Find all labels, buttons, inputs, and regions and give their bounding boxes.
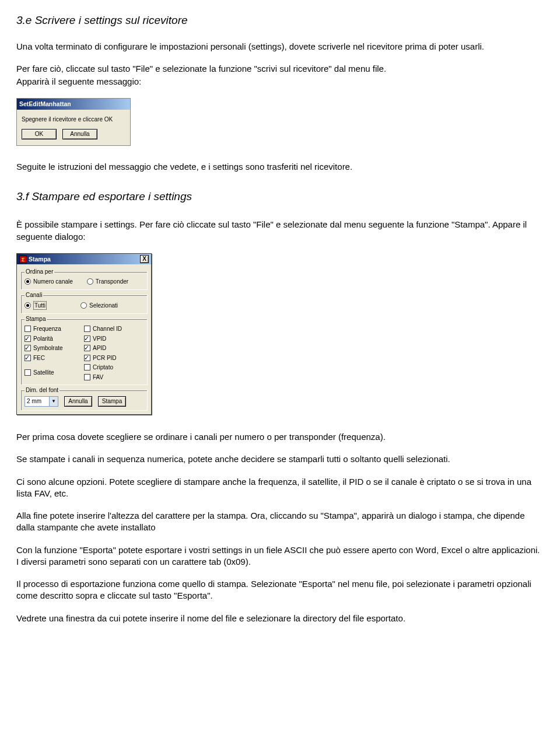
- radio-numero-canale[interactable]: Numero canale: [24, 278, 73, 286]
- check-polarita[interactable]: Polarità: [24, 335, 84, 343]
- ok-button[interactable]: OK: [22, 129, 57, 139]
- close-icon[interactable]: X: [140, 255, 149, 263]
- check-symbolrate[interactable]: Symbolrate: [24, 344, 84, 352]
- radio-label: Tutti: [33, 301, 47, 310]
- message-dialog: SetEditManhattan Spegnere il ricevitore …: [16, 98, 131, 145]
- group-stampa: Stampa Frequenza Polarità Symbolrate FEC…: [20, 319, 148, 385]
- paragraph: Il processo di esportazione funziona com…: [16, 578, 544, 602]
- select-value: 2 mm: [27, 397, 41, 406]
- check-label: Criptato: [93, 363, 113, 372]
- radio-label: Transponder: [96, 278, 128, 286]
- radio-label: Selezionati: [89, 302, 118, 310]
- checkbox-icon: [84, 345, 90, 351]
- radio-selezionati[interactable]: Selezionati: [80, 302, 118, 310]
- check-vpid[interactable]: VPID: [84, 335, 144, 343]
- paragraph: Una volta terminato di configurare le im…: [16, 41, 544, 53]
- check-label: FEC: [33, 354, 45, 362]
- paragraph: Alla fine potete inserire l'altezza del …: [16, 510, 544, 534]
- section-heading-3e: 3.e Scrivere i settings sul ricevitore: [16, 13, 544, 28]
- check-pcr-pid[interactable]: PCR PID: [84, 354, 144, 362]
- radio-tutti[interactable]: Tutti: [24, 301, 47, 310]
- paragraph: Ci sono alcune opzioni. Potete scegliere…: [16, 476, 544, 500]
- dialog-title: SetEditManhattan: [17, 99, 130, 109]
- checkbox-icon: [24, 326, 31, 332]
- check-criptato[interactable]: Criptato: [84, 363, 144, 372]
- check-label: Polarità: [33, 335, 53, 343]
- check-channel-id[interactable]: Channel ID: [84, 325, 144, 333]
- check-label: Frequenza: [33, 325, 61, 333]
- radio-transponder[interactable]: Transponder: [87, 278, 128, 286]
- dialog-title: Stampa: [29, 255, 51, 263]
- checkbox-icon: [84, 335, 90, 342]
- check-label: VPID: [93, 335, 106, 343]
- app-icon: Σ: [19, 256, 27, 263]
- check-fec[interactable]: FEC: [24, 354, 84, 362]
- paragraph: Seguite le istruzioni del messaggio che …: [16, 161, 544, 173]
- dialog-body-text: Spegnere il ricevitore e cliccare OK: [17, 110, 130, 127]
- paragraph: È possibile stampare i settings. Per far…: [16, 219, 544, 243]
- font-size-select[interactable]: 2 mm ▼: [24, 396, 58, 407]
- paragraph: Con la funzione "Esporta" potete esporta…: [16, 544, 544, 568]
- check-label: APID: [93, 344, 106, 352]
- check-label: FAV: [93, 373, 103, 382]
- cancel-button[interactable]: Annulla: [64, 396, 92, 407]
- paragraph: Se stampate i canali in sequenza numeric…: [16, 453, 544, 465]
- chevron-down-icon: ▼: [49, 397, 58, 406]
- check-label: Symbolrate: [33, 344, 63, 352]
- group-legend: Canali: [24, 291, 43, 299]
- dialog-titlebar: Σ Stampa X: [17, 254, 151, 264]
- cancel-button[interactable]: Annulla: [62, 129, 97, 139]
- radio-icon: [87, 278, 93, 285]
- radio-label: Numero canale: [33, 278, 73, 286]
- checkbox-icon: [24, 345, 31, 351]
- print-dialog: Σ Stampa X Ordina per Numero canale Tran…: [16, 253, 152, 415]
- checkbox-icon: [24, 335, 31, 342]
- check-label: Channel ID: [93, 325, 122, 333]
- checkbox-icon: [24, 355, 31, 361]
- group-legend: Stampa: [24, 315, 47, 323]
- check-label: Satellite: [33, 369, 54, 377]
- checkbox-icon: [24, 369, 31, 376]
- checkbox-icon: [84, 326, 90, 332]
- paragraph: Per prima cosa dovete scegliere se ordin…: [16, 431, 544, 443]
- group-legend: Dim. del font: [24, 386, 60, 394]
- checkbox-icon: [84, 374, 90, 380]
- check-frequenza[interactable]: Frequenza: [24, 325, 84, 333]
- check-satellite[interactable]: Satellite: [24, 369, 84, 377]
- checkbox-icon: [84, 364, 90, 370]
- check-label: PCR PID: [93, 354, 117, 362]
- group-dim-font: Dim. del font 2 mm ▼ Annulla Stampa: [20, 390, 148, 411]
- check-apid[interactable]: APID: [84, 344, 144, 352]
- radio-icon: [24, 278, 31, 285]
- group-ordina: Ordina per Numero canale Transponder: [20, 271, 148, 290]
- check-fav[interactable]: FAV: [84, 373, 144, 382]
- section-heading-3f: 3.f Stampare ed esportare i settings: [16, 189, 544, 204]
- paragraph: Per fare ciò, cliccate sul tasto "File" …: [16, 63, 544, 75]
- radio-icon: [24, 302, 31, 309]
- paragraph: Vedrete una finestra da cui potete inser…: [16, 613, 544, 624]
- paragraph: Apparirà il seguente messaggio:: [16, 76, 544, 88]
- print-button[interactable]: Stampa: [98, 396, 126, 407]
- group-canali: Canali Tutti Selezionati: [20, 295, 148, 314]
- radio-icon: [80, 302, 87, 309]
- checkbox-icon: [84, 355, 90, 361]
- group-legend: Ordina per: [24, 268, 54, 276]
